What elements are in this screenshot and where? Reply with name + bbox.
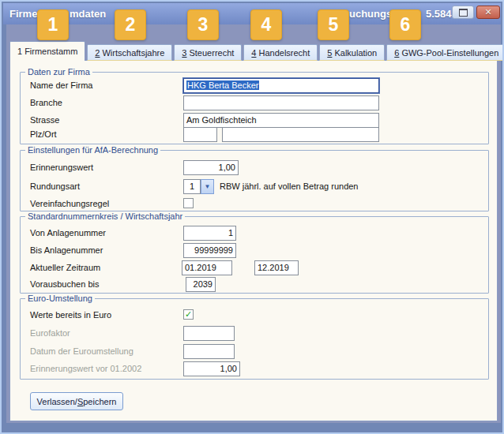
tab-label: Steuerrecht	[189, 48, 234, 58]
row-branche: Branche	[21, 95, 488, 110]
window-title-fragment-left2: mdaten	[70, 8, 106, 20]
row-werte-bereits-in-euro: Werte bereits in Euro ✓	[21, 308, 488, 323]
erinnerungswert-vor-2002-input[interactable]: 1,00	[183, 361, 240, 376]
tab-digit: 4	[251, 48, 256, 58]
row-erinnerungswert: Erinnerungswert 1,00	[21, 160, 488, 175]
verlassen-speichern-button[interactable]: Verlassen/Speichern	[30, 392, 123, 410]
group-legend: Einstellungen für AfA-Berechnung	[25, 145, 160, 155]
row-von-anlagenummer: Von Anlagenummer 1	[21, 226, 488, 241]
zeitraum-bis-input[interactable]: 12.2019	[254, 260, 299, 275]
plz-input[interactable]	[183, 127, 217, 142]
tab-digit: 6	[394, 48, 399, 58]
erinnerungswert-vor-2002-label: Erinnerungswert vor 01.2002	[30, 361, 141, 376]
save-button-text: Verlassen/	[37, 397, 77, 406]
vorausbuchen-bis-label: Vorausbuchen bis	[30, 277, 99, 292]
werte-bereits-in-euro-label: Werte bereits in Euro	[30, 308, 111, 323]
restore-button[interactable]	[452, 6, 474, 19]
tab-firmenstamm[interactable]: 1Firmenstamm	[9, 41, 85, 61]
close-button[interactable]: ✕	[476, 6, 500, 19]
row-bis-anlagenummer: Bis Anlagenummer 99999999	[21, 243, 488, 258]
row-strasse: Strasse Am Goldfischteich	[21, 113, 488, 128]
row-eurofaktor: Eurofaktor	[21, 326, 488, 341]
save-button-mnemonic: S	[77, 397, 83, 406]
window-title-version: 5.584	[426, 8, 452, 20]
tab-kalkulation[interactable]: 5Kalkulation	[319, 44, 385, 61]
step-badge-4: 4	[250, 9, 282, 40]
tab-label: Wirtschaftsjahre	[102, 48, 164, 58]
step-badge-2: 2	[115, 9, 146, 40]
group-euro-umstellung: Euro-Umstellung Werte bereits in Euro ✓ …	[20, 298, 489, 380]
tab-bar: 1Firmenstamm 2Wirtschaftsjahre 3Steuerre…	[9, 41, 504, 61]
tab-wirtschaftsjahre[interactable]: 2Wirtschaftsjahre	[87, 44, 172, 61]
zeitraum-von-input[interactable]: 01.2019	[182, 260, 232, 275]
strasse-input[interactable]: Am Goldfischteich	[183, 113, 379, 128]
vorausbuchen-bis-input[interactable]: 2039	[186, 277, 216, 292]
tab-page-firmenstamm: Daten zur Firma Name der Firma HKG Berta…	[9, 60, 498, 421]
tab-digit: 1	[17, 47, 22, 56]
von-anlagenummer-input[interactable]: 1	[183, 226, 236, 241]
row-erinnerungswert-vor-2002: Erinnerungswert vor 01.2002 1,00	[21, 361, 488, 376]
tab-handelsrecht[interactable]: 4Handelsrecht	[243, 44, 318, 61]
rundungsart-label: Rundungsart	[30, 179, 80, 194]
plz-ort-label: Plz/Ort	[30, 127, 57, 142]
name-der-firma-input[interactable]: HKG Berta Becker	[183, 78, 379, 93]
step-badge-5: 5	[318, 9, 349, 40]
close-icon: ✕	[484, 7, 491, 17]
name-der-firma-label: Name der Firma	[30, 78, 92, 93]
branche-label: Branche	[30, 95, 62, 110]
group-legend: Standardnummernkreis / Wirtschaftsjahr	[25, 211, 185, 221]
save-button-text2: peichern	[83, 397, 116, 406]
firmenstammdaten-window: Firmen mdaten uchungs 5.584 ✕ 1 2 3 4 5 …	[0, 0, 504, 434]
restore-icon	[459, 9, 468, 17]
strasse-label: Strasse	[30, 113, 59, 128]
branche-input[interactable]	[183, 95, 379, 110]
vereinfachungsregel-checkbox[interactable]	[183, 198, 194, 208]
tab-steuerrecht[interactable]: 3Steuerrecht	[174, 44, 242, 61]
group-standardnummernkreis: Standardnummernkreis / Wirtschaftsjahr V…	[20, 216, 489, 294]
group-afa-berechnung: Einstellungen für AfA-Berechnung Erinner…	[20, 150, 489, 211]
tab-gwg-pool-einstellungen[interactable]: 6GWG-Pool-Einstellungen	[386, 44, 504, 61]
erinnerungswert-input[interactable]: 1,00	[183, 160, 239, 175]
row-datum-euroumstellung: Datum der Euroumstellung	[21, 344, 488, 359]
tab-label: GWG-Pool-Einstellungen	[401, 48, 498, 58]
tab-digit: 5	[327, 48, 332, 58]
bis-anlagenummer-label: Bis Anlagenummer	[30, 243, 103, 258]
tab-label: Handelsrecht	[258, 48, 310, 58]
group-legend: Euro-Umstellung	[25, 294, 95, 303]
group-daten-zur-firma: Daten zur Firma Name der Firma HKG Berta…	[20, 72, 489, 144]
step-badge-6: 6	[389, 9, 421, 40]
werte-bereits-in-euro-checkbox[interactable]: ✓	[183, 309, 194, 320]
vereinfachungsregel-label: Vereinfachungsregel	[30, 196, 109, 211]
row-rundungsart: Rundungsart 1 ▼ RBW jährl. auf vollen Be…	[21, 179, 488, 194]
tab-digit: 3	[182, 48, 186, 58]
datum-euroumstellung-input[interactable]	[183, 344, 235, 359]
aktueller-zeitraum-label: Aktueller Zeitraum	[30, 260, 100, 275]
check-icon: ✓	[185, 310, 192, 319]
tab-label: Firmenstamm	[24, 47, 77, 56]
group-legend: Daten zur Firma	[25, 67, 92, 77]
tab-label: Kalkulation	[334, 48, 377, 58]
von-anlagenummer-label: Von Anlagenummer	[30, 226, 106, 241]
row-vorausbuchen-bis: Vorausbuchen bis 2039	[21, 277, 488, 292]
rundungsart-description: RBW jährl. auf vollen Betrag runden	[220, 179, 358, 194]
ort-input[interactable]	[222, 127, 379, 142]
window-title-fragment-right: uchungs	[349, 8, 392, 20]
erinnerungswert-label: Erinnerungswert	[30, 160, 93, 175]
row-name-der-firma: Name der Firma HKG Berta Becker	[21, 78, 488, 93]
eurofaktor-input[interactable]	[183, 326, 235, 341]
datum-euroumstellung-label: Datum der Euroumstellung	[30, 344, 134, 359]
eurofaktor-label: Eurofaktor	[30, 326, 70, 341]
tab-digit: 2	[95, 48, 100, 58]
selected-text: HKG Berta Becker	[186, 80, 259, 90]
step-badge-1: 1	[37, 9, 69, 40]
row-aktueller-zeitraum: Aktueller Zeitraum 01.2019 12.2019	[21, 260, 488, 275]
rundungsart-select[interactable]: 1	[183, 179, 201, 194]
step-badge-3: 3	[187, 9, 219, 40]
row-vereinfachungsregel: Vereinfachungsregel	[21, 196, 488, 211]
rundungsart-dropdown-button[interactable]: ▼	[201, 179, 214, 194]
chevron-down-icon: ▼	[205, 183, 211, 190]
bis-anlagenummer-input[interactable]: 99999999	[183, 243, 236, 258]
row-plz-ort: Plz/Ort	[21, 127, 488, 142]
